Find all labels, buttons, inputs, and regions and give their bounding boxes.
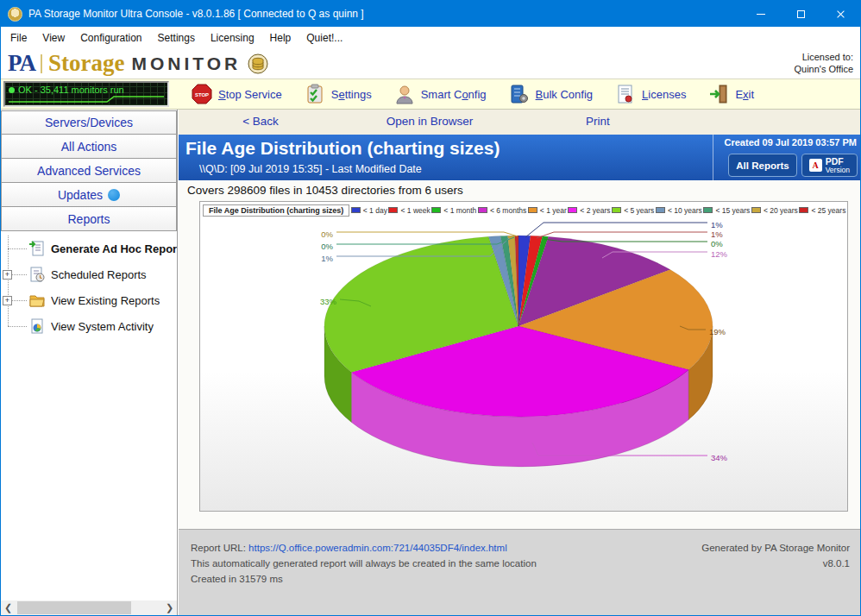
- pie-slice-label: 0%: [321, 229, 333, 239]
- legend-label: < 1 day: [363, 206, 387, 215]
- sidebar-item-updates[interactable]: Updates: [1, 183, 177, 207]
- legend-label: < 5 years: [624, 206, 654, 215]
- legend-label: < 20 years: [764, 206, 798, 215]
- settings-button[interactable]: Settings: [305, 84, 372, 104]
- legend-swatch: [751, 207, 761, 213]
- pie-chart: 1%1%0%12%19%34%33%1%0%0%: [200, 217, 847, 508]
- open-in-browser-link[interactable]: Open in Browser: [387, 115, 474, 128]
- toolbar: OK - 35,411 monitors run STOP Stop Servi…: [1, 79, 860, 110]
- tree-item-view-system-activity[interactable]: View System Activity: [1, 313, 177, 339]
- database-logo-icon: [248, 53, 268, 74]
- legend-item: < 1 month: [431, 206, 476, 215]
- pie-slice-label: 0%: [711, 239, 723, 248]
- chart-container: File Age Distribution (charting sizes) <…: [199, 201, 848, 512]
- legend-swatch: [612, 207, 621, 213]
- sidebar-horizontal-scrollbar[interactable]: ❮ ❯: [1, 600, 177, 615]
- sidebar-item-servers-devices[interactable]: Servers/Devices: [1, 110, 177, 135]
- legend-item: < 2 years: [568, 206, 610, 215]
- licenses-button[interactable]: Licenses: [615, 84, 686, 104]
- exit-button[interactable]: Exit: [708, 84, 754, 104]
- sidebar-item-reports[interactable]: Reports: [1, 207, 177, 231]
- chart-legend: < 1 day< 1 week< 1 month< 6 months< 1 ye…: [349, 206, 847, 215]
- svg-text:STOP: STOP: [195, 92, 209, 97]
- report-url-label: Report URL:: [191, 543, 248, 553]
- legend-item: < 20 years: [751, 206, 798, 215]
- scroll-right-icon[interactable]: ❯: [162, 600, 177, 615]
- window-title: PA Storage Monitor Ultra Console - v8.0.…: [28, 8, 364, 20]
- legend-label: < 1 month: [443, 206, 476, 215]
- legend-item: < 5 years: [612, 206, 654, 215]
- system-activity-icon: [28, 317, 46, 335]
- report-created-timestamp: Created 09 Jul 2019 03:57 PM: [725, 137, 857, 148]
- scroll-left-icon[interactable]: ❮: [1, 600, 16, 615]
- stop-service-button[interactable]: STOP Stop Service: [192, 84, 282, 104]
- pie-slice-label: 33%: [320, 297, 337, 306]
- menu-settings[interactable]: Settings: [150, 28, 203, 47]
- legend-item: < 1 week: [388, 206, 430, 215]
- expand-icon[interactable]: +: [3, 270, 12, 280]
- sidebar: Servers/Devices All Actions Advanced Ser…: [1, 110, 178, 616]
- legend-swatch: [799, 207, 808, 213]
- bulk-config-button[interactable]: Bulk Config: [509, 84, 593, 104]
- report-created-in: Created in 31579 ms: [191, 572, 537, 588]
- tree-item-generate-ad-hoc-report[interactable]: Generate Ad Hoc Report: [1, 236, 177, 261]
- report-note: This automatically generated report will…: [191, 556, 537, 572]
- report-title: File Age Distribution (charting sizes): [185, 138, 500, 159]
- stop-service-label: Stop Service: [218, 88, 282, 101]
- pie-slice-label: 19%: [709, 327, 726, 336]
- pie-slice-label: 1%: [711, 220, 723, 229]
- menu-quiet[interactable]: Quiet!...: [299, 28, 350, 47]
- generated-by: Generated by PA Storage Monitor: [701, 541, 850, 556]
- back-link[interactable]: < Back: [242, 115, 279, 128]
- print-link[interactable]: Print: [586, 115, 610, 128]
- legend-item: < 15 years: [703, 206, 750, 215]
- app-window: PA Storage Monitor Ultra Console - v8.0.…: [0, 0, 861, 616]
- menu-configuration[interactable]: Configuration: [72, 28, 149, 47]
- menu-help[interactable]: Help: [262, 28, 299, 47]
- licensed-label: Licensed to:: [794, 52, 853, 64]
- legend-swatch: [656, 207, 665, 213]
- app-icon: [8, 7, 22, 22]
- logo-separator: [41, 54, 42, 73]
- exit-door-icon: [708, 84, 729, 104]
- legend-label: < 2 years: [580, 206, 610, 215]
- menu-file[interactable]: File: [3, 28, 35, 47]
- coverage-summary: Covers 298609 files in 10453 directories…: [179, 180, 861, 201]
- folder-icon: [28, 292, 46, 309]
- legend-label: < 1 week: [400, 206, 430, 215]
- minimize-button[interactable]: [741, 1, 781, 27]
- sidebar-item-advanced-services[interactable]: Advanced Services: [1, 159, 177, 183]
- smart-config-label: Smart Config: [421, 88, 487, 101]
- all-reports-button[interactable]: All Reports: [728, 154, 796, 177]
- exit-label: Exit: [735, 88, 754, 101]
- menu-licensing[interactable]: Licensing: [203, 28, 262, 47]
- person-icon: [394, 84, 415, 104]
- pdf-version-button[interactable]: A PDF Version: [801, 154, 858, 177]
- sidebar-item-all-actions[interactable]: All Actions: [1, 135, 177, 159]
- stop-sign-icon: STOP: [192, 84, 212, 104]
- legend-swatch: [478, 207, 487, 213]
- smart-config-button[interactable]: Smart Config: [394, 84, 487, 104]
- legend-swatch: [351, 207, 361, 213]
- licensed-to: Licensed to: Quinn's Office: [794, 52, 860, 76]
- licenses-label: Licenses: [642, 88, 686, 101]
- legend-swatch: [388, 207, 398, 213]
- menu-view[interactable]: View: [35, 28, 72, 47]
- minimize-icon: [757, 14, 765, 15]
- title-bar: PA Storage Monitor Ultra Console - v8.0.…: [1, 1, 860, 27]
- report-new-icon: [28, 240, 46, 257]
- report-pane: < Back Open in Browser Print File Age Di…: [179, 110, 861, 616]
- legend-item: < 1 day: [351, 206, 387, 215]
- maximize-button[interactable]: [781, 1, 820, 27]
- tree-item-scheduled-reports[interactable]: + Scheduled Reports: [1, 261, 177, 287]
- scheduled-report-icon: [28, 266, 46, 283]
- report-url-link[interactable]: https://Q.office.poweradmin.com:721/4403…: [248, 543, 507, 553]
- scroll-thumb[interactable]: [17, 601, 131, 614]
- report-banner: File Age Distribution (charting sizes) \…: [179, 135, 861, 180]
- reports-tree: Generate Ad Hoc Report + Scheduled Repor…: [1, 236, 177, 339]
- report-subtitle: \\Q\D: [09 Jul 2019 15:35] - Last Modifi…: [199, 163, 422, 175]
- server-gear-icon: [509, 84, 530, 104]
- expand-icon[interactable]: +: [3, 296, 12, 305]
- close-button[interactable]: [820, 1, 860, 27]
- tree-item-view-existing-reports[interactable]: + View Existing Reports: [1, 287, 177, 313]
